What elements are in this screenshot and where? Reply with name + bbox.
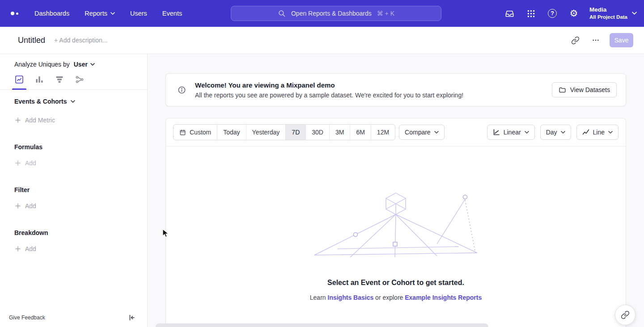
report-toolbar: Custom Today Yesterday 7D 30D 3M 6M 12M … [166, 118, 626, 147]
nav-users[interactable]: Users [130, 10, 147, 17]
axis-icon [493, 129, 500, 136]
tab-funnel-icon[interactable] [54, 75, 65, 89]
range-12m[interactable]: 12M [371, 125, 395, 140]
empty-state-subtitle: Learn Insights Basics or explore Example… [166, 294, 626, 301]
range-today[interactable]: Today [217, 125, 246, 140]
insights-basics-link[interactable]: Insights Basics [328, 294, 374, 301]
question-mark-icon: ? [548, 9, 557, 18]
events-cohorts-section[interactable]: Events & Cohorts [14, 98, 147, 105]
chevron-down-icon [632, 12, 637, 15]
breakdown-label: Breakdown [14, 229, 48, 236]
chart-type-label: Line [593, 129, 605, 136]
add-metric-label: Add Metric [25, 117, 55, 124]
date-range-segmented: Custom Today Yesterday 7D 30D 3M 6M 12M [173, 124, 395, 140]
settings-gear-icon[interactable]: ⚙ [568, 8, 580, 19]
plus-icon [15, 246, 21, 252]
apps-grid-icon[interactable] [525, 8, 537, 19]
empty-state-title: Select an Event or Cohort to get started… [166, 279, 626, 287]
range-7d[interactable]: 7D [285, 125, 305, 140]
add-breakdown-button[interactable]: Add [15, 245, 147, 252]
analyze-value: User [74, 61, 88, 68]
add-metric-button[interactable]: Add Metric [15, 117, 147, 124]
bottom-drawer-handle[interactable] [156, 323, 488, 327]
gear-glyph: ⚙ [570, 9, 578, 18]
tab-flow-icon[interactable] [74, 75, 85, 89]
link-icon [621, 310, 630, 319]
compare-label: Compare [405, 129, 431, 136]
logo-dot-icon [11, 12, 14, 15]
range-custom[interactable]: Custom [174, 125, 217, 140]
project-text: Media All Project Data [589, 6, 627, 21]
example-insights-reports-link[interactable]: Example Insights Reports [405, 294, 482, 301]
add-formula-button[interactable]: Add [15, 159, 147, 167]
project-switcher[interactable]: Media All Project Data [589, 6, 637, 21]
chart-display-controls: Linear Day Line [487, 125, 619, 140]
add-filter-button[interactable]: Add [15, 202, 147, 210]
analyze-by-dropdown[interactable]: User [74, 61, 95, 68]
inbox-icon[interactable] [504, 8, 515, 19]
tab-insights-icon[interactable] [13, 75, 25, 89]
scale-dropdown[interactable]: Linear [487, 125, 535, 140]
chevron-down-icon [110, 12, 115, 15]
primary-nav: Dashboards Reports Users Events [34, 10, 182, 17]
or-explore-text: or explore [375, 294, 403, 301]
range-3m[interactable]: 3M [329, 125, 350, 140]
compare-button[interactable]: Compare [399, 125, 445, 140]
analyze-row: Analyze Uniques by User [14, 61, 147, 68]
add-description-field[interactable]: + Add description... [54, 37, 107, 44]
interval-dropdown[interactable]: Day [540, 125, 571, 140]
range-custom-label: Custom [190, 129, 211, 136]
logo-dot-icon [16, 13, 18, 15]
breakdown-section-heading: Breakdown [14, 229, 147, 236]
logo-dots-menu[interactable] [11, 0, 18, 27]
help-icon[interactable]: ? [547, 8, 558, 19]
insights-report-card: Custom Today Yesterday 7D 30D 3M 6M 12M … [165, 118, 626, 327]
formulas-section-heading: Formulas [14, 143, 147, 151]
events-cohorts-label: Events & Cohorts [14, 98, 67, 105]
chevron-down-icon [90, 63, 95, 66]
save-button[interactable]: Save [610, 33, 633, 47]
nav-reports-label: Reports [85, 10, 107, 17]
banner-title: Welcome! You are viewing a Mixpanel demo [195, 81, 463, 89]
chevron-down-icon [525, 131, 529, 134]
chevron-down-icon [71, 100, 75, 103]
search-icon [278, 9, 286, 17]
more-options-icon[interactable] [589, 34, 602, 47]
report-header: Untitled + Add description... Save [0, 27, 644, 54]
tab-bar-chart-icon[interactable] [34, 75, 45, 89]
collapse-sidebar-icon[interactable] [128, 314, 136, 321]
nav-dashboards[interactable]: Dashboards [34, 10, 69, 17]
range-yesterday[interactable]: Yesterday [246, 125, 286, 140]
nav-events[interactable]: Events [162, 10, 182, 17]
analyze-label: Analyze Uniques by [14, 61, 70, 68]
line-chart-icon [582, 129, 589, 136]
view-datasets-button[interactable]: View Datasets [552, 82, 617, 97]
chart-type-dropdown[interactable]: Line [576, 125, 619, 140]
chevron-down-icon [608, 131, 613, 134]
share-link-fab[interactable] [615, 305, 636, 325]
filter-section-heading: Filter [14, 186, 147, 193]
banner-subtitle: All the reports you see are powered by a… [195, 92, 463, 99]
view-datasets-label: View Datasets [570, 86, 610, 93]
report-main: Welcome! You are viewing a Mixpanel demo… [148, 54, 644, 327]
global-search-input[interactable]: Open Reports & Dashboards ⌘ + K [231, 6, 441, 21]
add-label: Add [25, 159, 36, 167]
range-30d[interactable]: 30D [305, 125, 329, 140]
report-actions: Save [568, 33, 633, 47]
banner-text: Welcome! You are viewing a Mixpanel demo… [195, 81, 463, 99]
top-navbar: Dashboards Reports Users Events Open Rep… [0, 0, 644, 27]
mixpanel-app: Dashboards Reports Users Events Open Rep… [0, 0, 644, 327]
range-6m[interactable]: 6M [350, 125, 370, 140]
copy-link-icon[interactable] [568, 34, 582, 47]
nav-reports[interactable]: Reports [85, 10, 115, 17]
info-icon [178, 86, 186, 94]
project-dataset: All Project Data [589, 14, 627, 21]
query-builder-sidebar: Analyze Uniques by User Events & Cohorts [0, 54, 148, 327]
plus-icon [15, 203, 21, 209]
report-title[interactable]: Untitled [18, 36, 45, 45]
calendar-icon [179, 129, 186, 136]
chevron-down-icon [561, 131, 565, 134]
scale-label: Linear [504, 129, 521, 136]
search-shortcut: ⌘ + K [377, 10, 394, 17]
give-feedback-link[interactable]: Give Feedback [9, 314, 45, 321]
